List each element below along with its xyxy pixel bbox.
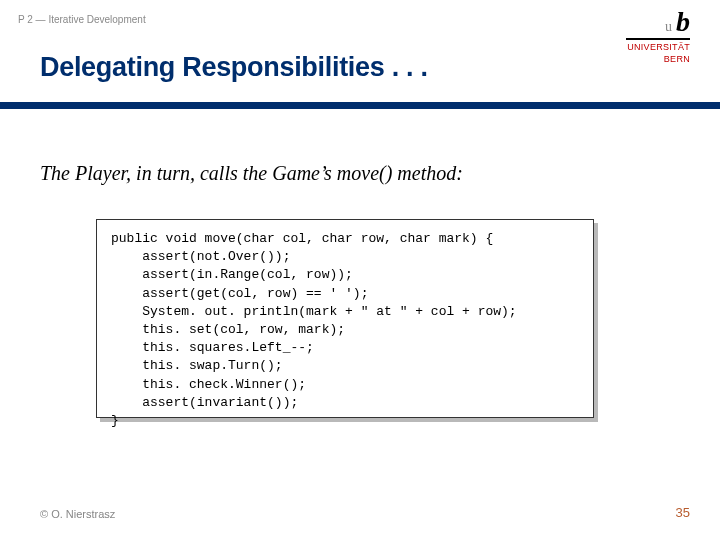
logo-b-glyph: b	[676, 8, 690, 36]
lead-text: The Player, in turn, calls the Game’s mo…	[40, 162, 463, 185]
page-number: 35	[676, 505, 690, 520]
university-logo: u b UNIVERSITÄT BERN	[610, 8, 690, 64]
logo-u-glyph: u	[665, 20, 672, 36]
breadcrumb: P 2 — Iterative Development	[18, 14, 146, 25]
footer-copyright: © O. Nierstrasz	[40, 508, 115, 520]
code-block: public void move(char col, char row, cha…	[96, 219, 594, 418]
logo-text-2: BERN	[610, 54, 690, 64]
logo-rule	[626, 38, 690, 40]
logo-text-1: UNIVERSITÄT	[610, 42, 690, 52]
page-title: Delegating Responsibilities . . .	[40, 52, 428, 83]
title-divider	[0, 102, 720, 109]
